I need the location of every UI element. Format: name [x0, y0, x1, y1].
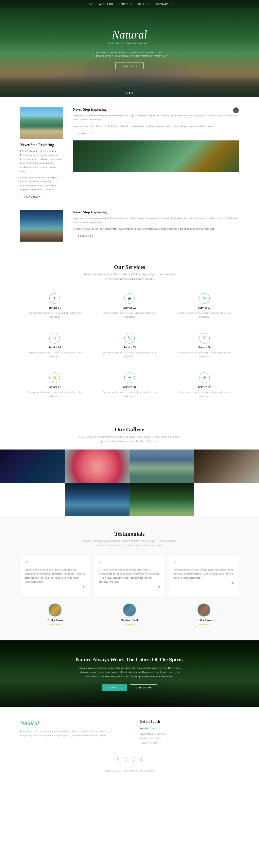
service-7-name: Service 07 [23, 385, 86, 389]
explore1-image [20, 107, 63, 139]
hero-dot-1[interactable] [126, 92, 127, 94]
explore2-learn-more-button[interactable]: LEARN MORE [73, 131, 97, 136]
gallery-item-1[interactable] [0, 450, 65, 483]
footer-address: 1102 Morgan St, Suite 500 San Francisco,… [140, 732, 239, 745]
footer-desc: Lorem ipsum dolor sit amet, consectetur … [20, 729, 119, 738]
gallery-item-4[interactable] [194, 450, 259, 483]
testimonials-desc: Sed do eiusmod tempor incididunt ut labo… [79, 539, 180, 548]
services-grid: 📍 Service 01 Quisque sagittis ipsum eu l… [20, 289, 239, 402]
linkedin-icon[interactable]: in [131, 757, 136, 763]
service-5-name: Service 05 [98, 346, 161, 349]
service-card-9: 🔗 Service 09 Quisque sagittis ipsum eu l… [170, 368, 239, 402]
service-card-2: 💻 Service 02 Quisque sagittis ipsum eu l… [95, 289, 164, 323]
nav-about[interactable]: ABOUT US [99, 3, 113, 5]
gallery-item-3[interactable] [130, 450, 194, 483]
service-card-7: ⭐ Service 07 Quisque sagittis ipsum eu l… [20, 368, 89, 402]
service-2-name: Service 02 [98, 306, 161, 309]
explore1-text2: Integer at tempus vel, ultrices in ligul… [20, 176, 63, 192]
explore1-learn-more-button[interactable]: LEARN MORE [20, 194, 44, 200]
gallery-title: Our Gallery [0, 426, 259, 433]
gallery-item-2[interactable] [65, 450, 130, 483]
quote-open-2: " [99, 561, 160, 566]
nav-home[interactable]: HOME [85, 3, 94, 5]
explore2-text2: Integer at tempus vel, ultrices in ligul… [73, 124, 239, 128]
service-6-icon: 🍸 [199, 333, 210, 343]
quote-close-3: " [174, 582, 234, 587]
testimonial-text-1: Ut lorem ipsum dolor sit amet, consec ad… [25, 568, 85, 584]
profile-1: Jenifer Burns ★★★★ [20, 603, 90, 626]
service-card-1: 📍 Service 01 Quisque sagittis ipsum eu l… [20, 289, 89, 323]
service-card-8: ❤ Service 08 Quisque sagittis ipsum eu l… [95, 368, 164, 402]
facebook-icon[interactable]: f [114, 757, 120, 763]
service-5-desc: Quisque sagittis ipsum eu lorem volutpat… [98, 351, 161, 358]
quote-close-1: " [25, 586, 85, 591]
main-nav: HOME ABOUT US SERVICES GALLERY CONTACT U… [0, 0, 259, 8]
testimonial-card-3: " Ut consequat ero tincidunt non leo lib… [169, 556, 239, 596]
cta-contact-button[interactable]: CONTACT US [130, 684, 157, 691]
service-9-icon: 🔗 [199, 372, 210, 383]
explore2-text: Integer pulvinar leo sit ornare feugiat.… [73, 114, 239, 122]
footer-copyright: Copyright © 2021 Company Name All Rights… [20, 770, 239, 776]
hero-text: UT ENIM AD MINIM VENIAM, QUIS NOSTRUD EX… [91, 51, 168, 58]
gallery-row-1 [0, 450, 259, 483]
services-desc: Sed do eiusmod tempor incididunt ut labo… [79, 272, 180, 281]
twitter-icon[interactable]: t [123, 757, 128, 763]
cta-read-more-button[interactable]: READ MORE [102, 684, 127, 691]
testimonial-profiles: Jenifer Burns ★★★★ Abraham Smith ★★★★ Je… [20, 603, 239, 626]
gallery-section: Our Gallery Solum eiusmod tempor incidid… [0, 414, 259, 516]
gallery-item-5[interactable] [65, 483, 130, 516]
service-3-desc: Quisque sagittis ipsum eu lorem volutpat… [173, 311, 236, 318]
explore1-text: Integer pulvinar leo sit ornare feugiat.… [20, 149, 63, 173]
explore3-learn-more-button[interactable]: LEARN MORE [73, 234, 97, 239]
service-2-desc: Quisque sagittis ipsum eu lorem volutpat… [98, 311, 161, 318]
service-card-3: 👁 Service 03 Quisque sagittis ipsum eu l… [170, 289, 239, 323]
service-8-name: Service 08 [98, 385, 161, 389]
nav-gallery[interactable]: GALLERY [138, 3, 150, 5]
cta-banner: Nature Always Wears The Colors Of The Sp… [0, 641, 259, 707]
profile-3: Jenifer Burns ★★★★ [169, 603, 239, 626]
explore3-image [20, 210, 63, 242]
service-1-icon: 📍 [49, 293, 60, 304]
nav-contact[interactable]: CONTACT US [156, 3, 174, 5]
testimonial-text-2: Ut lorem ipsum dolor sit amet, consec ad… [99, 568, 160, 584]
services-section: Our Services Sed do eiusmod tempor incid… [0, 252, 259, 414]
instagram-icon[interactable]: ◎ [139, 757, 145, 763]
hero-dot-3[interactable] [132, 92, 133, 94]
testimonials-title: Testimonials [20, 531, 239, 537]
avatar-2 [123, 603, 136, 617]
service-8-desc: Quisque sagittis ipsum eu lorem volutpat… [98, 390, 161, 398]
stars-2: ★★★★ [95, 623, 164, 626]
service-4-icon: ⚙ [49, 333, 60, 343]
gallery-item-6[interactable] [130, 483, 194, 516]
service-6-desc: Quisque sagittis ipsum eu lorem volutpat… [173, 351, 236, 358]
explore1-title: Never Stop Exploring [20, 143, 63, 147]
quote-open-3: " [174, 561, 234, 566]
back-to-top-button[interactable]: ↑ [233, 107, 239, 113]
service-6-name: Service 06 [173, 346, 236, 349]
testimonial-text-3: Ut consequat ero tincidunt non leo liber… [174, 568, 234, 580]
gallery-desc: Solum eiusmod tempor incididunt ut labor… [79, 435, 180, 443]
profile-name-3: Jenifer Burns [169, 619, 239, 622]
hero-read-more-button[interactable]: READ MORE [115, 63, 144, 69]
nav-services[interactable]: SERVICES [119, 3, 132, 5]
profile-name-1: Jenifer Burns [20, 619, 90, 622]
cta-title: Nature Always Wears The Colors Of The Sp… [20, 657, 239, 663]
hero-title: Natural [79, 28, 180, 41]
gallery-row-2 [65, 483, 194, 516]
explore3-title: Never Stop Exploring [73, 210, 239, 214]
quote-close-2: " [99, 586, 160, 591]
testimonials-cards: " Ut lorem ipsum dolor sit amet, consec … [20, 556, 239, 596]
service-1-name: Service 01 [23, 306, 86, 309]
hero-dot-2[interactable] [129, 92, 130, 94]
testimonial-card-1: " Ut lorem ipsum dolor sit amet, consec … [20, 556, 90, 596]
profile-name-2: Abraham Smith [95, 619, 164, 622]
stars-1: ★★★★ [20, 623, 90, 626]
service-5-icon: 🔧 [124, 333, 135, 343]
service-8-icon: ❤ [124, 372, 135, 383]
avatar-3 [197, 603, 211, 617]
quote-open-1: " [25, 561, 85, 566]
service-2-icon: 💻 [124, 293, 135, 304]
explore3-text: Integer pulvinar leo sit ornare feugiat.… [73, 216, 239, 224]
explore2-image [73, 141, 239, 172]
services-title: Our Services [20, 264, 239, 270]
